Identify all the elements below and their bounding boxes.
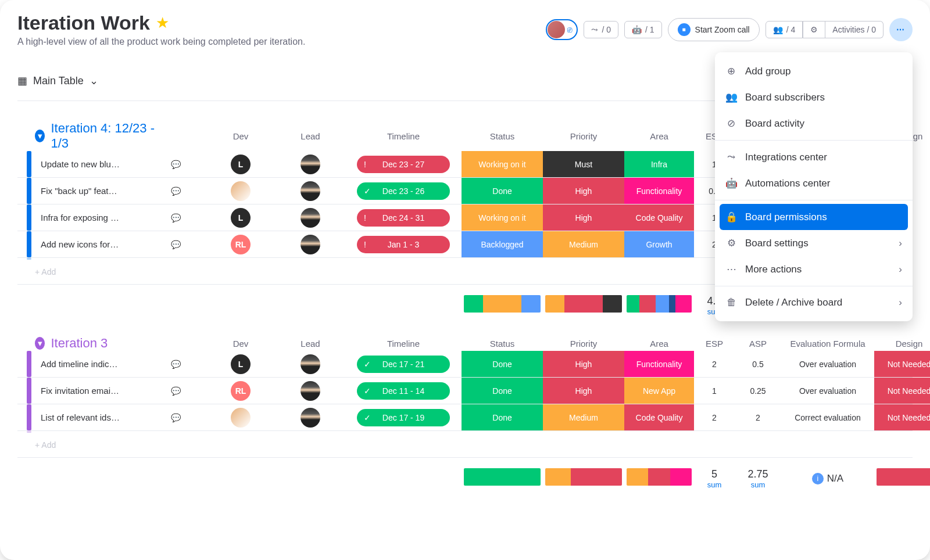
column-header[interactable]: Timeline — [345, 129, 462, 143]
item-title[interactable]: Add timeline indic… — [35, 359, 171, 369]
lead-cell[interactable] — [276, 235, 345, 254]
lead-cell[interactable] — [276, 208, 345, 228]
asp-cell[interactable]: 2 — [735, 413, 781, 422]
area-cell[interactable]: Functionality — [624, 351, 694, 377]
eval-cell[interactable]: Over evaluation — [781, 360, 874, 369]
menu-item[interactable]: 🔒Board permissions — [720, 204, 908, 230]
esp-cell[interactable]: 2 — [694, 413, 735, 422]
item-title[interactable]: Infra for exposing … — [35, 213, 171, 222]
column-header[interactable]: ESP — [694, 336, 735, 351]
item-title[interactable]: Add new icons for… — [35, 239, 171, 249]
column-header[interactable]: Status — [462, 129, 543, 143]
menu-item[interactable]: ⤳Integrations center — [715, 144, 913, 170]
column-header[interactable]: Timeline — [345, 336, 462, 351]
status-cell[interactable]: Done — [462, 378, 543, 404]
view-selector[interactable]: ▦ Main Table ⌄ — [17, 74, 98, 87]
area-cell[interactable]: Code Quality — [624, 204, 694, 231]
timeline-cell[interactable]: ✓Dec 17 - 19 — [345, 409, 462, 426]
members-pill[interactable]: 👥 / 4 — [766, 21, 803, 38]
activities-pill[interactable]: Activities / 0 — [825, 21, 884, 38]
priority-cell[interactable]: Medium — [543, 404, 624, 430]
status-cell[interactable]: Working on it — [462, 151, 543, 177]
column-header[interactable]: Priority — [543, 129, 624, 143]
group-toggle-icon[interactable]: ▾ — [35, 130, 45, 142]
dev-cell[interactable] — [206, 408, 276, 428]
lead-cell[interactable] — [276, 181, 345, 201]
eval-cell[interactable]: Over evaluation — [781, 386, 874, 396]
item-title[interactable]: List of relevant ids… — [35, 412, 171, 422]
chat-icon[interactable]: 💬 — [171, 186, 206, 196]
star-icon[interactable]: ★ — [156, 14, 169, 32]
priority-cell[interactable]: High — [543, 178, 624, 204]
table-row[interactable]: List of relevant ids… 💬 ✓Dec 17 - 19 Don… — [17, 404, 913, 431]
column-header[interactable]: Area — [624, 129, 694, 143]
column-header[interactable]: Dev — [206, 129, 276, 143]
eval-cell[interactable]: Correct evaluation — [781, 413, 874, 422]
chat-icon[interactable]: 💬 — [171, 386, 206, 396]
column-header[interactable]: Design — [874, 336, 930, 351]
priority-cell[interactable]: High — [543, 204, 624, 231]
timeline-cell[interactable]: ✓Dec 23 - 26 — [345, 182, 462, 200]
asp-cell[interactable]: 0.5 — [735, 360, 781, 369]
lead-cell[interactable] — [276, 408, 345, 428]
column-header[interactable]: Area — [624, 336, 694, 351]
dev-cell[interactable]: L — [206, 208, 276, 228]
priority-cell[interactable]: High — [543, 378, 624, 404]
group-toggle-icon[interactable]: ▾ — [35, 337, 45, 350]
column-header[interactable]: Lead — [276, 336, 345, 351]
status-cell[interactable]: Done — [462, 351, 543, 377]
timeline-cell[interactable]: !Jan 1 - 3 — [345, 236, 462, 253]
column-header[interactable]: Lead — [276, 129, 345, 143]
status-cell[interactable]: Backlogged — [462, 231, 543, 257]
chat-icon[interactable]: 💬 — [171, 213, 206, 222]
area-cell[interactable]: Code Quality — [624, 404, 694, 430]
table-row[interactable]: Fix invitation emai… 💬 RL ✓Dec 11 - 14 D… — [17, 378, 913, 404]
dev-cell[interactable]: L — [206, 354, 276, 374]
column-header[interactable]: Priority — [543, 336, 624, 351]
area-cell[interactable]: Infra — [624, 151, 694, 177]
priority-cell[interactable]: High — [543, 351, 624, 377]
group-title[interactable]: Iteration 4: 12/23 - 1/3 — [51, 121, 171, 151]
column-header[interactable]: ASP — [735, 336, 781, 351]
settings-pill[interactable]: ⚙ — [803, 21, 825, 38]
design-cell[interactable]: Not Needed — [874, 378, 930, 404]
dev-cell[interactable]: RL — [206, 381, 276, 401]
menu-item[interactable]: 👥Board subscribers — [715, 84, 913, 110]
column-header[interactable]: Dev — [206, 336, 276, 351]
menu-item[interactable]: 🗑Delete / Archive board› — [715, 290, 913, 315]
esp-cell[interactable]: 2 — [694, 360, 735, 369]
timeline-cell[interactable]: ✓Dec 17 - 21 — [345, 356, 462, 373]
add-item-row[interactable]: + Add — [17, 433, 913, 457]
timeline-cell[interactable]: !Dec 23 - 27 — [345, 156, 462, 173]
menu-item[interactable]: ⋯More actions› — [715, 256, 913, 282]
priority-cell[interactable]: Medium — [543, 231, 624, 257]
menu-item[interactable]: 🤖Automations center — [715, 170, 913, 196]
area-cell[interactable]: New App — [624, 378, 694, 404]
asp-cell[interactable]: 0.25 — [735, 386, 781, 396]
table-row[interactable]: Add timeline indic… 💬 L ✓Dec 17 - 21 Don… — [17, 351, 913, 378]
last-viewed[interactable]: ⎚ — [546, 19, 578, 40]
column-header[interactable]: Evaluation Formula — [781, 336, 874, 351]
esp-cell[interactable]: 1 — [694, 386, 735, 396]
timeline-cell[interactable]: !Dec 24 - 31 — [345, 209, 462, 227]
chat-icon[interactable]: 💬 — [171, 360, 206, 369]
lead-cell[interactable] — [276, 155, 345, 174]
timeline-cell[interactable]: ✓Dec 11 - 14 — [345, 382, 462, 400]
dev-cell[interactable] — [206, 181, 276, 201]
column-header[interactable]: Status — [462, 336, 543, 351]
priority-cell[interactable]: Must — [543, 151, 624, 177]
status-cell[interactable]: Done — [462, 178, 543, 204]
lead-cell[interactable] — [276, 354, 345, 374]
zoom-button[interactable]: ■ Start Zoom call — [668, 18, 760, 41]
design-cell[interactable]: Not Needed — [874, 351, 930, 377]
group-title[interactable]: Iteration 3 — [51, 336, 171, 351]
menu-item[interactable]: ⚙Board settings› — [715, 230, 913, 256]
item-title[interactable]: Update to new blu… — [35, 159, 171, 169]
status-cell[interactable]: Done — [462, 404, 543, 430]
lead-cell[interactable] — [276, 381, 345, 401]
item-title[interactable]: Fix invitation emai… — [35, 386, 171, 396]
chat-icon[interactable]: 💬 — [171, 160, 206, 169]
more-menu-button[interactable]: ⋯ — [889, 18, 913, 41]
chat-icon[interactable]: 💬 — [171, 413, 206, 422]
area-cell[interactable]: Growth — [624, 231, 694, 257]
